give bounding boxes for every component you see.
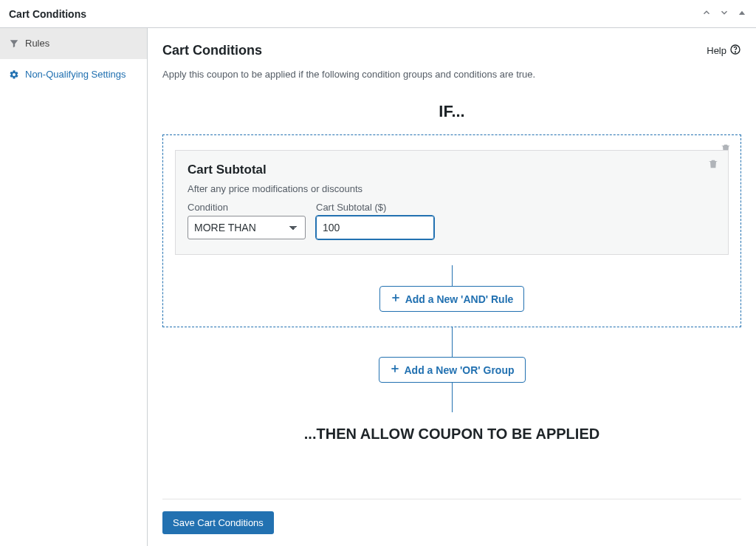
content-description: Apply this coupon to be applied if the f… [162,69,741,80]
move-up-icon[interactable] [701,7,712,20]
add-or-group-button[interactable]: Add a New 'OR' Group [379,357,526,383]
connector-line [452,265,453,286]
condition-group: Cart Subtotal After any price modificati… [162,134,741,327]
condition-label: Condition [188,202,306,213]
condition-select[interactable]: MORE THAN [188,216,306,239]
if-heading: IF... [162,102,741,121]
subtotal-field: Cart Subtotal ($) [316,202,434,239]
save-button[interactable]: Save Cart Conditions [162,511,274,534]
content-footer: Save Cart Conditions [162,499,741,534]
connector-line [452,383,453,412]
gear-icon [9,69,19,80]
sidebar: Rules Non-Qualifying Settings [0,28,148,546]
content-area: Cart Conditions Help Apply this coupon t… [148,28,756,546]
sidebar-item-non-qualifying[interactable]: Non-Qualifying Settings [0,59,147,90]
add-and-label: Add a New 'AND' Rule [405,293,514,305]
and-connector: Add a New 'AND' Rule [175,265,729,312]
rule-subtitle: After any price modifications or discoun… [188,183,716,194]
collapse-toggle-icon[interactable] [737,7,747,20]
filter-icon [9,38,19,49]
cart-conditions-panel: Cart Conditions Rules [0,0,756,546]
panel-title: Cart Conditions [9,8,86,20]
sidebar-item-label: Rules [25,37,49,50]
rule-box: Cart Subtotal After any price modificati… [175,150,729,255]
help-icon [729,44,741,58]
delete-rule-button[interactable] [707,158,719,172]
svg-marker-0 [739,11,745,15]
plus-icon [391,293,401,305]
trash-icon [707,161,719,172]
svg-point-2 [735,52,735,52]
or-connector: Add a New 'OR' Group [162,327,741,412]
add-or-label: Add a New 'OR' Group [405,364,515,376]
sidebar-item-label: Non-Qualifying Settings [25,68,126,81]
content-header: Cart Conditions Help [162,43,741,58]
subtotal-label: Cart Subtotal ($) [316,202,434,213]
help-label: Help [707,45,726,56]
subtotal-input[interactable] [316,216,434,239]
panel-header: Cart Conditions [0,0,756,28]
then-heading: ...THEN ALLOW COUPON TO BE APPLIED [162,426,741,443]
panel-controls [701,7,747,20]
panel-body: Rules Non-Qualifying Settings Cart Condi… [0,28,756,546]
sidebar-item-rules[interactable]: Rules [0,28,147,59]
plus-icon [390,364,400,376]
move-down-icon[interactable] [719,7,729,20]
connector-line [452,327,453,357]
add-and-rule-button[interactable]: Add a New 'AND' Rule [379,286,525,312]
rule-title: Cart Subtotal [188,163,716,177]
help-link[interactable]: Help [707,44,741,58]
content-title: Cart Conditions [162,43,262,58]
rule-form-row: Condition MORE THAN Cart Subtotal ($) [188,202,716,239]
condition-field: Condition MORE THAN [188,202,306,239]
